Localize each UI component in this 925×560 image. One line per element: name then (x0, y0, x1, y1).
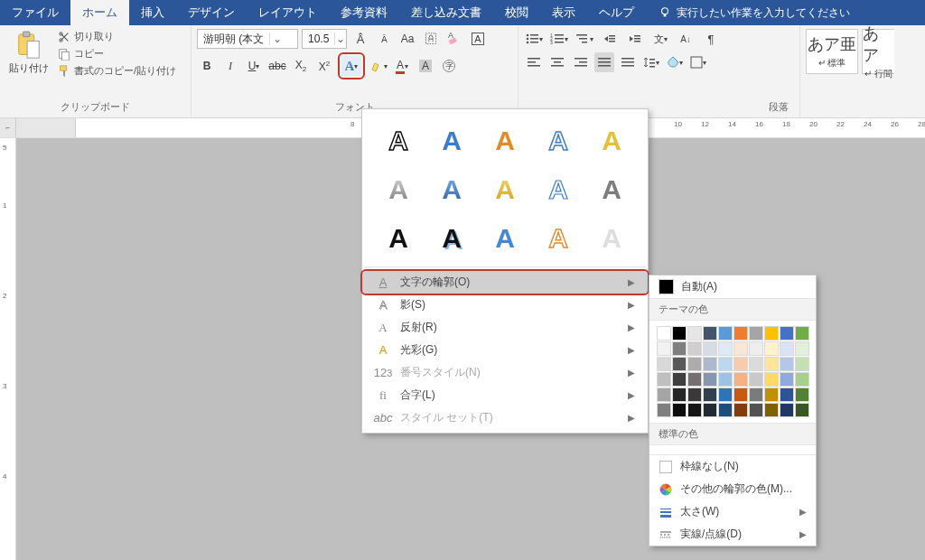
color-swatch[interactable] (733, 387, 748, 402)
increase-indent-button[interactable] (625, 29, 645, 49)
fx-preset-8[interactable]: A (481, 167, 529, 210)
bullets-button[interactable]: ▾ (524, 29, 544, 49)
color-swatch[interactable] (764, 357, 779, 371)
paste-button[interactable]: 貼り付け (5, 29, 52, 77)
char-shading-button[interactable]: A (416, 56, 435, 76)
color-swatch[interactable] (657, 372, 671, 387)
align-right-button[interactable] (571, 52, 591, 72)
change-case-button[interactable]: Aa (397, 29, 417, 49)
color-swatch[interactable] (687, 372, 702, 387)
color-swatch[interactable] (749, 357, 763, 371)
color-swatch[interactable] (703, 403, 717, 417)
color-swatch[interactable] (672, 357, 687, 371)
color-swatch[interactable] (672, 403, 687, 417)
fx-preset-12[interactable]: AA (428, 216, 476, 259)
clear-format-button[interactable]: A (444, 29, 464, 49)
tell-me[interactable]: 実行したい作業を入力してください (646, 0, 850, 25)
color-swatch[interactable] (672, 387, 687, 402)
color-swatch[interactable] (795, 387, 809, 402)
color-swatch[interactable] (718, 357, 733, 371)
align-left-button[interactable] (524, 52, 544, 72)
shading-button[interactable]: ▾ (665, 52, 685, 72)
fx-preset-11[interactable]: A (375, 216, 423, 259)
menu-layout[interactable]: レイアウト (247, 0, 329, 25)
format-painter-button[interactable]: 書式のコピー/貼り付け (56, 63, 178, 79)
color-swatch[interactable] (795, 403, 809, 417)
borders-button[interactable]: ▾ (688, 52, 708, 72)
font-name-select[interactable]: 游明朝 (本文 ⌄ (197, 29, 298, 49)
color-swatch[interactable] (749, 341, 763, 356)
color-swatch[interactable] (657, 403, 671, 417)
color-swatch[interactable] (672, 372, 687, 387)
color-swatch[interactable] (733, 372, 748, 387)
cm-more-colors[interactable]: その他の輪郭の色(M)... (649, 478, 816, 500)
text-effects-button[interactable]: A▾ (341, 56, 361, 76)
color-swatch[interactable] (780, 341, 794, 356)
italic-button[interactable]: I (220, 56, 240, 76)
color-swatch[interactable] (687, 403, 702, 417)
subscript-button[interactable]: X2 (291, 56, 311, 76)
fx-preset-7[interactable]: A (428, 167, 476, 210)
fx-shadow[interactable]: A 影(S) ▶ (362, 294, 648, 316)
text-direction-button[interactable]: 文▾ (650, 29, 670, 49)
show-marks-button[interactable]: ¶ (701, 29, 721, 49)
superscript-button[interactable]: X2 (314, 56, 334, 76)
line-spacing-button[interactable]: ▾ (641, 52, 661, 72)
color-swatch[interactable] (733, 326, 748, 341)
color-swatch[interactable] (703, 341, 717, 356)
font-color-button[interactable]: A▾ (392, 56, 412, 76)
color-swatch[interactable] (749, 387, 763, 402)
fx-preset-9[interactable]: A (534, 167, 582, 210)
color-swatch[interactable] (780, 326, 794, 341)
highlight-button[interactable]: ▾ (369, 56, 388, 76)
align-center-button[interactable] (547, 52, 567, 72)
numbering-button[interactable]: 123▾ (549, 29, 569, 49)
color-swatch[interactable] (672, 326, 687, 341)
color-swatch[interactable] (718, 372, 733, 387)
color-swatch[interactable] (703, 387, 717, 402)
color-swatch[interactable] (749, 403, 763, 417)
color-swatch[interactable] (657, 387, 671, 402)
color-swatch[interactable] (780, 387, 794, 402)
sort-button[interactable]: A↓ (676, 29, 696, 49)
strike-button[interactable]: abc (267, 56, 287, 76)
color-swatch[interactable] (657, 357, 671, 371)
distributed-button[interactable] (618, 52, 638, 72)
font-size-select[interactable]: 10.5 ⌄ (302, 29, 347, 49)
color-swatch[interactable] (733, 403, 748, 417)
bold-button[interactable]: B (197, 56, 217, 76)
color-swatch[interactable] (749, 326, 763, 341)
color-swatch[interactable] (764, 372, 779, 387)
underline-button[interactable]: U▾ (244, 56, 264, 76)
shrink-font-button[interactable]: Ǎ (374, 29, 394, 49)
fx-preset-4[interactable]: A (534, 118, 582, 162)
color-swatch[interactable] (780, 357, 794, 371)
fx-preset-14[interactable]: A (534, 216, 582, 259)
fx-preset-6[interactable]: A (375, 167, 423, 210)
color-swatch[interactable] (657, 341, 671, 356)
color-swatch[interactable] (657, 326, 671, 341)
cm-weight[interactable]: 太さ(W) ▶ (649, 500, 816, 523)
phonetic-guide-button[interactable]: 🇦 (421, 29, 441, 49)
color-swatch[interactable] (718, 326, 733, 341)
decrease-indent-button[interactable] (600, 29, 620, 49)
menu-references[interactable]: 参考資料 (329, 0, 399, 25)
color-swatch[interactable] (718, 387, 733, 402)
fx-preset-10[interactable]: A (587, 167, 635, 210)
fx-outline[interactable]: A 文字の輪郭(O) ▶ (362, 271, 648, 294)
vertical-ruler[interactable]: 5 1 2 3 4 (0, 138, 16, 560)
menu-review[interactable]: 校閲 (493, 0, 540, 25)
cut-button[interactable]: 切り取り (56, 29, 178, 44)
style-next[interactable]: あア ↵ 行間 (862, 29, 894, 74)
menu-help[interactable]: ヘルプ (587, 0, 646, 25)
fx-preset-2[interactable]: A (428, 118, 476, 162)
color-swatch[interactable] (687, 387, 702, 402)
cm-dash[interactable]: 実線/点線(D) ▶ (649, 523, 816, 546)
color-swatch[interactable] (780, 403, 794, 417)
color-swatch[interactable] (703, 326, 717, 341)
color-swatch[interactable] (687, 326, 702, 341)
color-swatch[interactable] (795, 326, 809, 341)
style-normal[interactable]: あア亜 ↵ 標準 (806, 29, 858, 74)
color-swatch[interactable] (795, 372, 809, 387)
menu-view[interactable]: 表示 (540, 0, 587, 25)
